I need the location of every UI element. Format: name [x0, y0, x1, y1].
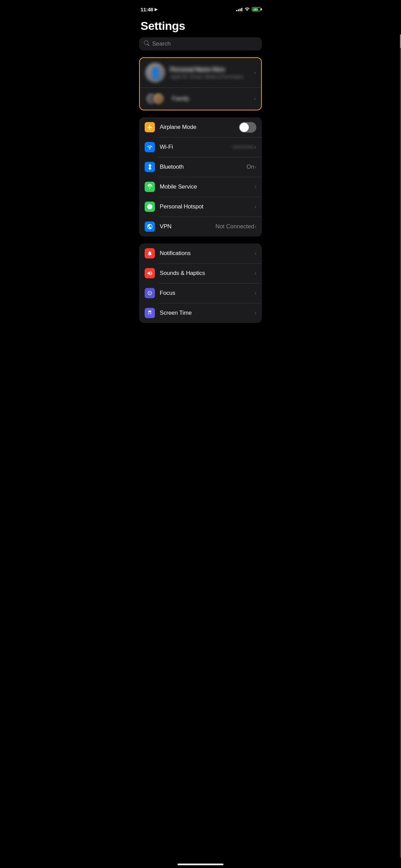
bluetooth-value: On — [246, 164, 254, 170]
family-label: Family — [172, 95, 189, 102]
wifi-status-icon — [244, 7, 250, 12]
profile-info: Personal Name Here Apple ID, iCloud, Med… — [170, 66, 256, 79]
wifi-value: •••••••• — [232, 144, 254, 150]
vpn-label: VPN — [160, 223, 211, 230]
search-placeholder: Search — [152, 40, 171, 47]
vpn-chevron-icon: › — [255, 224, 256, 230]
page-title: Settings — [134, 16, 267, 37]
screen-time-row[interactable]: Screen Time › — [139, 303, 262, 323]
focus-label: Focus — [160, 290, 256, 297]
wifi-chevron-icon: › — [255, 144, 256, 150]
profile-chevron-icon: › — [254, 70, 256, 76]
vpn-value: Not Connected — [216, 223, 254, 230]
wifi-row[interactable]: Wi-Fi •••••••• › — [139, 137, 262, 157]
status-icons: ⚡ — [236, 7, 260, 12]
screen-time-chevron-icon: › — [255, 310, 256, 316]
sounds-chevron-icon: › — [255, 270, 256, 276]
focus-row[interactable]: Focus › — [139, 283, 262, 303]
screen-time-label: Screen Time — [160, 310, 256, 316]
mobile-service-label: Mobile Service — [160, 183, 256, 190]
bluetooth-row[interactable]: Bluetooth On › — [139, 157, 262, 177]
mobile-service-row[interactable]: Mobile Service › — [139, 177, 262, 197]
focus-chevron-icon: › — [255, 290, 256, 296]
airplane-mode-row[interactable]: Airplane Mode — [139, 117, 262, 137]
notifications-icon — [145, 248, 155, 258]
sounds-icon — [145, 268, 155, 278]
airplane-mode-icon — [145, 122, 155, 132]
bluetooth-chevron-icon: › — [255, 164, 256, 170]
hotspot-icon — [145, 202, 155, 212]
search-icon — [144, 40, 149, 47]
airplane-mode-toggle[interactable] — [239, 122, 256, 133]
toggle-knob — [240, 123, 249, 132]
status-time: 11:48 ▶ — [141, 7, 157, 12]
vpn-row[interactable]: VPN Not Connected › — [139, 217, 262, 237]
search-bar[interactable]: Search — [139, 37, 262, 50]
notifications-label: Notifications — [160, 250, 256, 257]
sounds-haptics-label: Sounds & Haptics — [160, 270, 256, 277]
mobile-service-icon — [145, 182, 155, 192]
avatar: 👤 — [145, 63, 165, 83]
system-group: Notifications › Sounds & Haptics › Focus… — [139, 243, 262, 323]
bluetooth-label: Bluetooth — [160, 164, 242, 170]
profile-row[interactable]: 👤 Personal Name Here Apple ID, iCloud, M… — [140, 58, 261, 88]
status-bar: 11:48 ▶ ⚡ — [134, 0, 267, 16]
family-avatars — [145, 93, 162, 105]
personal-hotspot-row[interactable]: Personal Hotspot › — [139, 197, 262, 217]
profile-section: 👤 Personal Name Here Apple ID, iCloud, M… — [139, 57, 262, 110]
profile-name: Personal Name Here — [170, 66, 256, 73]
sounds-haptics-row[interactable]: Sounds & Haptics › — [139, 263, 262, 283]
vpn-icon — [145, 221, 155, 232]
wifi-icon — [145, 142, 155, 152]
personal-hotspot-label: Personal Hotspot — [160, 203, 256, 210]
profile-subtitle: Apple ID, iCloud, Media & Purchases — [170, 74, 256, 79]
bluetooth-icon — [145, 162, 155, 172]
battery-icon: ⚡ — [252, 7, 260, 11]
svg-point-0 — [149, 206, 151, 208]
hotspot-chevron-icon: › — [255, 204, 256, 210]
mobile-service-chevron-icon: › — [255, 184, 256, 190]
airplane-mode-label: Airplane Mode — [160, 124, 234, 131]
notifications-chevron-icon: › — [255, 250, 256, 256]
notifications-row[interactable]: Notifications › — [139, 243, 262, 263]
time-display: 11:48 — [141, 7, 153, 12]
family-avatar-2 — [152, 93, 165, 105]
family-row[interactable]: Family › — [140, 88, 261, 110]
connectivity-group: Airplane Mode Wi-Fi •••••••• › Bluetooth… — [139, 117, 262, 237]
location-icon: ▶ — [155, 7, 157, 12]
wifi-label: Wi-Fi — [160, 144, 228, 150]
screen-time-icon — [145, 308, 155, 318]
family-chevron-icon: › — [254, 96, 256, 102]
signal-icon — [236, 7, 242, 11]
focus-icon — [145, 288, 155, 298]
